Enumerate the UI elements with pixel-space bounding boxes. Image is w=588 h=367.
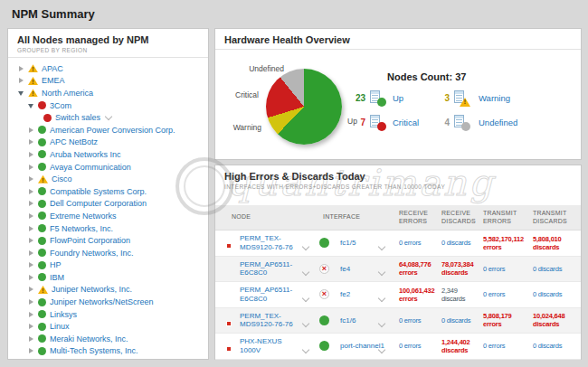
tree-node-link[interactable]: Dell Computer Corporation	[50, 199, 147, 208]
interface-link[interactable]: fe2	[340, 290, 350, 299]
arrow-right-icon	[29, 226, 33, 231]
value-cell[interactable]: 0 discards	[533, 342, 581, 350]
expand-arrow-icon[interactable]	[27, 199, 38, 208]
column-header: TRANSMIT ERRORS	[483, 207, 533, 228]
value-cell[interactable]: 0 errors	[483, 342, 533, 350]
value-cell[interactable]: 0 discards	[441, 239, 483, 247]
node-link[interactable]: PERM_TEX-MDS9120-76-76	[240, 234, 305, 251]
expand-arrow-icon[interactable]	[27, 322, 38, 331]
value-cell[interactable]: 0 discards	[533, 290, 581, 298]
node-link[interactable]: PERM_TEX-MDS9120-76-76	[240, 312, 305, 329]
expand-arrow-icon[interactable]	[27, 310, 38, 319]
high-errors-subtitle: INTERFACES WITH ERRORS+DISCARDS GREATER …	[224, 184, 572, 190]
value-cell[interactable]: 0 errors	[483, 265, 533, 273]
node-link[interactable]: PERM_AP6511-E6C8C0	[240, 260, 305, 278]
all-nodes-panel: All Nodes managed by NPM GROUPED BY REGI…	[7, 28, 209, 360]
expand-arrow-icon[interactable]	[27, 224, 38, 233]
chevron-down-icon[interactable]	[378, 268, 385, 276]
expand-arrow-icon[interactable]	[27, 212, 38, 221]
tree-item: Linksys	[8, 308, 208, 321]
node-up-icon	[38, 138, 46, 146]
expand-arrow-icon[interactable]	[27, 334, 38, 343]
errors-table: NODEINTERFACERECEIVE ERRORSRECEIVE DISCA…	[215, 205, 581, 360]
node-up-icon	[38, 273, 46, 281]
expand-arrow-icon[interactable]	[27, 297, 38, 306]
column-header: NODE	[215, 211, 319, 224]
legend-label-warning[interactable]: Warning	[479, 93, 517, 103]
tree-node-link[interactable]: EMEA	[42, 76, 65, 85]
tree-node-link[interactable]: Avaya Communication	[50, 163, 131, 172]
expand-arrow-icon[interactable]	[27, 150, 38, 159]
column-header: INTERFACE	[319, 211, 399, 224]
tree-node-link[interactable]: IBM	[50, 273, 64, 282]
tree-node-link[interactable]: Linksys	[50, 310, 77, 319]
interface-link[interactable]: fc1/6	[340, 316, 356, 325]
expand-arrow-icon[interactable]	[27, 285, 38, 294]
node-down-icon	[43, 114, 52, 122]
chevron-down-icon[interactable]	[105, 112, 112, 119]
value-cell[interactable]: 0 discards	[533, 265, 581, 273]
arrow-right-icon	[29, 213, 33, 219]
value-cell[interactable]: 0 errors	[399, 316, 441, 325]
interface-link[interactable]: fe4	[340, 265, 350, 274]
collapse-arrow-icon[interactable]	[27, 101, 38, 110]
arrow-down-icon	[18, 91, 24, 96]
expand-arrow-icon[interactable]	[27, 346, 38, 355]
collapse-arrow-icon[interactable]	[17, 89, 28, 98]
expand-arrow-icon[interactable]	[27, 273, 38, 282]
node-up-icon	[38, 249, 46, 257]
value-cell[interactable]: 0 errors	[399, 239, 441, 247]
expand-arrow-icon[interactable]	[27, 126, 38, 135]
chevron-down-icon[interactable]	[378, 320, 385, 327]
arrow-right-icon	[29, 324, 33, 329]
tree-node-link[interactable]: Multi-Tech Systems, Inc.	[50, 346, 138, 355]
tree-node-link[interactable]: Cisco	[52, 174, 72, 184]
node-link[interactable]: PHX-NEXUS 1000V	[240, 337, 305, 354]
tree-node-link[interactable]: Aruba Networks Inc	[50, 150, 121, 159]
warning-triangle-icon	[28, 64, 38, 72]
tree-node-link[interactable]: Foundry Networks, Inc.	[50, 249, 134, 258]
tree-node-link[interactable]: Switch sales	[55, 113, 100, 122]
tree-node-link[interactable]: FlowPoint Corporation	[50, 236, 130, 245]
value-cell[interactable]: 0 errors	[483, 290, 533, 298]
expand-arrow-icon[interactable]	[17, 76, 28, 85]
tree-node-link[interactable]: HP	[50, 260, 62, 269]
value-cell[interactable]: 0 discards	[441, 316, 483, 325]
expand-arrow-icon[interactable]	[27, 260, 38, 269]
hardware-health-pie-chart[interactable]	[266, 69, 342, 145]
tree-node-link[interactable]: American Power Conversion Corp.	[50, 126, 175, 135]
chevron-down-icon[interactable]	[378, 242, 385, 249]
tree-item: APC NetBotz	[8, 136, 208, 149]
node-link[interactable]: PERM_AP6511-E6C8C0	[240, 286, 305, 303]
arrow-right-icon	[29, 287, 33, 292]
tree-node-link[interactable]: Juniper Networks, Inc.	[52, 285, 132, 294]
tree-node-link[interactable]: Linux	[50, 322, 70, 331]
tree-node-link[interactable]: Compatible Systems Corp.	[50, 187, 147, 196]
chevron-down-icon[interactable]	[378, 294, 385, 301]
tree-node-link[interactable]: Extreme Networks	[50, 212, 117, 221]
tree-node-link[interactable]: Meraki Networks, Inc.	[50, 334, 128, 343]
expand-arrow-icon[interactable]	[17, 64, 28, 73]
arrow-right-icon	[29, 312, 33, 317]
interface-link[interactable]: fc1/5	[340, 239, 356, 248]
node-cell: PERM_AP6511-E6C8C0	[215, 282, 319, 307]
value-cell[interactable]: 0 errors	[399, 342, 441, 350]
legend-label-up[interactable]: Up	[393, 93, 434, 103]
expand-arrow-icon[interactable]	[27, 187, 38, 196]
expand-arrow-icon[interactable]	[27, 249, 38, 258]
tree-node-link[interactable]: North America	[42, 89, 93, 98]
tree-node-link[interactable]: 3Com	[50, 101, 71, 110]
tree-item: FlowPoint Corporation	[8, 234, 208, 247]
tree-node-link[interactable]: Juniper Networks/NetScreen	[50, 297, 154, 306]
arrow-right-icon	[29, 348, 33, 353]
tree-item: F5 Networks, Inc.	[8, 222, 208, 235]
tree-node-link[interactable]: F5 Networks, Inc.	[50, 224, 113, 233]
tree-node-link[interactable]: APC NetBotz	[50, 137, 98, 146]
expand-arrow-icon[interactable]	[27, 236, 38, 245]
legend-label-critical[interactable]: Critical	[393, 118, 434, 127]
expand-arrow-icon[interactable]	[27, 174, 38, 184]
expand-arrow-icon[interactable]	[27, 137, 38, 146]
legend-label-undefined[interactable]: Undefined	[479, 118, 517, 127]
tree-node-link[interactable]: APAC	[42, 64, 63, 73]
expand-arrow-icon[interactable]	[27, 163, 38, 172]
